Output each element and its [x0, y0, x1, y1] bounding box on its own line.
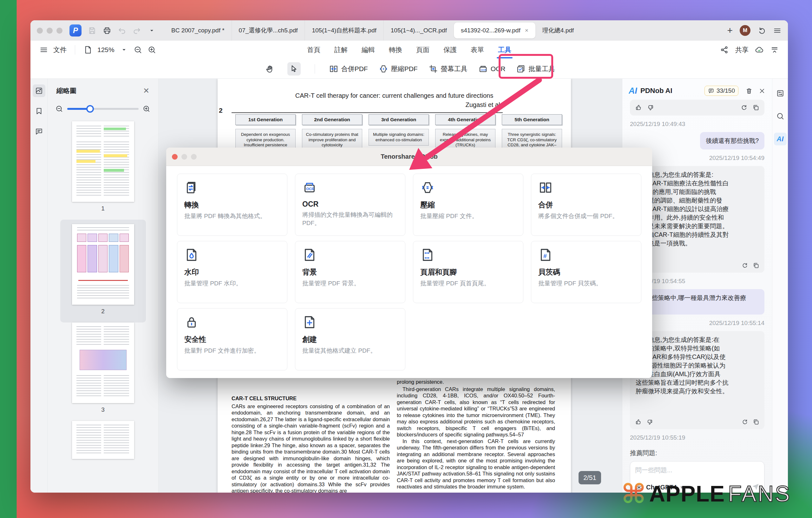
close-tab-icon[interactable]: ×	[525, 27, 528, 34]
new-tab-button[interactable]: +	[727, 26, 733, 35]
close-window-button[interactable]	[37, 28, 43, 34]
thumb-zoom-in-icon[interactable]	[142, 105, 151, 113]
print-icon[interactable]	[103, 26, 111, 35]
document-tabs: BC 2007_copy.pdf * 07_選修化學...ch5.pdf 105…	[164, 20, 723, 40]
tab-document[interactable]: BC 2007_copy.pdf *	[164, 20, 232, 40]
close-panel-icon[interactable]	[758, 87, 766, 94]
sync-icon[interactable]	[757, 26, 766, 35]
paper-page-number: 2	[219, 107, 223, 114]
thumbnail-page-4[interactable]	[72, 421, 134, 459]
tab-document-active[interactable]: s41392-02...269-w.pdf ×	[454, 23, 535, 38]
zoom-caret-icon[interactable]	[120, 46, 128, 54]
copy-icon[interactable]	[753, 419, 759, 425]
chevron-down-icon[interactable]	[147, 26, 156, 35]
generation-label: 5th Generation	[502, 114, 562, 125]
thumbs-down-icon[interactable]	[647, 104, 654, 111]
file-menu-icon[interactable]	[39, 46, 48, 54]
menu-protect[interactable]: 保護	[443, 40, 457, 59]
hand-tool-button[interactable]	[263, 62, 277, 76]
menu-annotate[interactable]: 註解	[334, 40, 348, 59]
hamburger-menu-icon[interactable]	[773, 26, 782, 35]
zoom-out-icon[interactable]	[134, 46, 142, 54]
tab-document[interactable]: 07_選修化學...ch5.pdf	[232, 20, 305, 40]
minimize-window-button[interactable]	[47, 28, 53, 34]
tab-document[interactable]: 105(1~4)..._OCR.pdf	[383, 20, 454, 40]
zoom-window-button[interactable]	[56, 28, 62, 34]
card-header-footer[interactable]: 頁眉和頁腳 批量管理 PDF 頁首頁尾。	[413, 241, 523, 303]
thumbnail-page-3[interactable]: 3	[72, 323, 134, 421]
card-bates[interactable]: # 貝茨碼 批量管理 PDF 貝茨碼。	[531, 241, 641, 303]
menu-page[interactable]: 頁面	[416, 40, 430, 59]
sidebar-title: 縮略圖	[56, 86, 77, 95]
card-compress[interactable]: 壓縮 批量壓縮 PDF 文件。	[413, 173, 523, 236]
card-background[interactable]: 背景 批量管理 PDF 背景。	[295, 241, 405, 303]
menu-edit[interactable]: 編輯	[361, 40, 375, 59]
card-desc: 將多個文件合併成一個 PDF。	[538, 212, 634, 220]
collapse-toolbar-icon[interactable]	[770, 46, 779, 54]
paragraph: Third-generation CARs integrate multiple…	[397, 386, 555, 438]
copy-icon[interactable]	[753, 262, 759, 269]
card-ocr[interactable]: OCR OCR 將掃描的文件批量轉換為可編輯的 PDF。	[295, 173, 405, 236]
merge-pdf-button[interactable]: 合併PDF	[329, 64, 368, 74]
regenerate-icon[interactable]	[740, 104, 747, 111]
cloud-sync-icon[interactable]	[755, 46, 764, 54]
select-tool-button[interactable]	[287, 62, 301, 76]
save-icon[interactable]	[88, 26, 96, 35]
card-watermark[interactable]: 水印 批量管理 PDF 水印。	[177, 241, 287, 303]
card-merge[interactable]: 合併 將多個文件合併成一個 PDF。	[531, 173, 641, 236]
ai-assistant-button[interactable]: AI	[774, 133, 787, 145]
batch-tools-grid: 轉換 批量將 PDF 轉換為其他格式。 OCR OCR 將掃描的文件批量轉換為可…	[166, 166, 652, 378]
page-fit-icon[interactable]	[83, 46, 92, 54]
comments-panel-button[interactable]	[33, 125, 46, 138]
svg-text:#: #	[543, 253, 547, 259]
clear-chat-trash-icon[interactable]	[745, 87, 753, 94]
card-create[interactable]: 創建 批量從其他格式建立 PDF。	[295, 308, 405, 371]
card-title: 頁眉和頁腳	[420, 267, 516, 277]
redo-icon[interactable]	[133, 26, 141, 35]
zoom-level[interactable]: 125%	[97, 46, 115, 54]
thumbs-up-icon[interactable]	[635, 104, 642, 111]
thumbnail-image	[72, 421, 134, 459]
thumbnail-page-2-selected[interactable]: 2	[60, 220, 146, 323]
generation-label: 3rd Generation	[369, 114, 429, 125]
card-convert[interactable]: 轉換 批量將 PDF 轉換為其他格式。	[177, 173, 287, 236]
regenerate-icon[interactable]	[741, 419, 748, 425]
undo-icon[interactable]	[118, 26, 126, 35]
search-button[interactable]	[774, 110, 787, 122]
watermark-fans: FANS	[728, 481, 791, 507]
slider-knob[interactable]	[86, 105, 94, 113]
share-label[interactable]: 共享	[735, 46, 749, 54]
avatar[interactable]: M	[740, 25, 751, 36]
file-menu[interactable]: 文件	[53, 46, 67, 54]
card-desc: 批量管理 PDF 水印。	[184, 279, 280, 288]
chat-count-icon	[708, 88, 714, 94]
watermark-apple: APPLE	[649, 481, 725, 507]
thumb-zoom-out-icon[interactable]	[55, 105, 63, 113]
compress-pdf-button[interactable]: 壓縮PDF	[379, 64, 418, 74]
share-icon[interactable]	[720, 46, 729, 54]
menu-convert[interactable]: 轉換	[389, 40, 402, 59]
batch-tools-modal: Tenorshare PDNob 轉換 批量將 PDF 轉換為其他格式。 OCR…	[166, 147, 652, 378]
window-traffic-lights[interactable]	[37, 28, 62, 34]
generation-label: 4th Generation	[435, 114, 495, 125]
regenerate-icon[interactable]	[741, 262, 748, 269]
copy-icon[interactable]	[752, 104, 759, 111]
card-security[interactable]: 安全性 批量對 PDF 文件進行加密。	[177, 308, 287, 371]
thumbnails-panel-button[interactable]	[33, 84, 46, 97]
menu-home[interactable]: 首頁	[307, 40, 320, 59]
tab-label: s41392-02...269-w.pdf	[461, 27, 521, 34]
thumbnail-zoom-slider[interactable]	[67, 108, 139, 110]
card-desc: 批量壓縮 PDF 文件。	[420, 212, 516, 220]
panel-toggle-button[interactable]	[774, 87, 787, 100]
zoom-in-icon[interactable]	[147, 46, 156, 54]
tab-document[interactable]: 105(1~4)自然科題本.pdf	[304, 20, 383, 40]
thumbnail-zoom-control	[48, 105, 158, 113]
bookmarks-panel-button[interactable]	[33, 105, 46, 117]
tab-document[interactable]: 理化總4.pdf	[535, 20, 581, 40]
close-sidebar-icon[interactable]: ✕	[143, 86, 149, 95]
thumbs-down-icon[interactable]	[646, 419, 653, 425]
thumbs-up-icon[interactable]	[635, 419, 642, 425]
menu-form[interactable]: 表單	[471, 40, 484, 59]
thumbnail-page-1[interactable]: 1	[72, 121, 134, 220]
screen-tools-button[interactable]: 螢幕工具	[429, 64, 467, 74]
